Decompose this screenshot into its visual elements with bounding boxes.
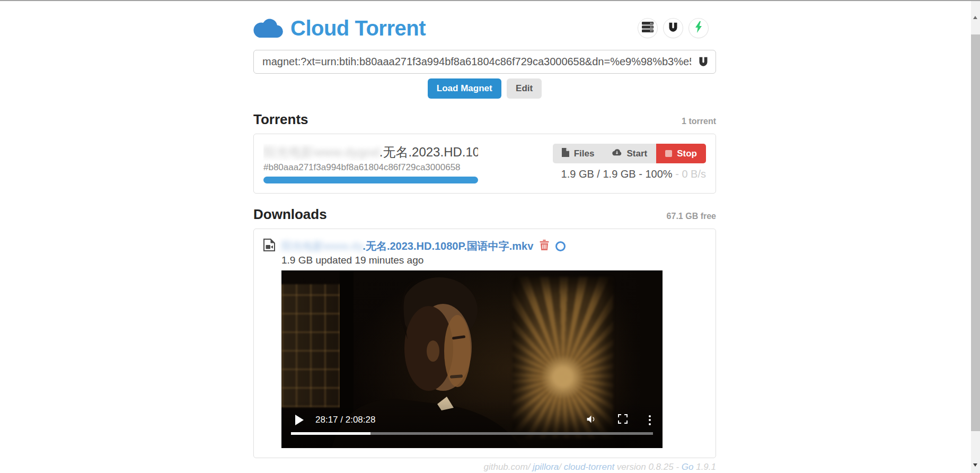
torrent-row: 阳光电影www.dygod.无名.2023.HD.108... #b80aaa2… [263, 144, 706, 183]
free-space: 67.1 GB free [667, 212, 716, 221]
more-options-icon[interactable] [649, 415, 651, 425]
torrent-info-hash: #b80aaa271f3a994bf8a61804c86f729ca300065… [263, 162, 478, 173]
footer-version-text: version 0.8.25 - [614, 462, 682, 472]
magnet-button[interactable] [663, 18, 683, 38]
stop-button[interactable]: Stop [656, 144, 706, 163]
download-file-censored: 阳光电影www.dy [281, 240, 363, 252]
bolt-button[interactable] [688, 18, 709, 38]
video-controls: 28:17 / 2:08:28 [295, 410, 651, 430]
torrent-progress-bar [263, 177, 478, 183]
footer: github.com/ jpillora/ cloud-torrent vers… [253, 461, 716, 473]
loading-spinner-icon [555, 241, 566, 251]
torrent-name-visible: .无名.2023.HD.108... [379, 145, 478, 159]
input-magnet-icon [698, 56, 709, 69]
window-top-edge [0, 0, 980, 1]
form-buttons: Load Magnet Edit [253, 78, 716, 99]
video-played-bar [291, 432, 370, 435]
torrent-stats: 1.9 GB / 1.9 GB - 100% - 0 B/s [561, 168, 706, 180]
page-container: Cloud Torrent [253, 14, 716, 473]
footer-author-link[interactable]: jpillora [533, 462, 559, 472]
trash-icon[interactable] [540, 240, 549, 252]
file-video-icon [263, 239, 275, 253]
magnet-form [253, 50, 716, 74]
servers-button[interactable] [638, 18, 658, 38]
files-button[interactable]: Files [553, 144, 604, 163]
torrent-controls: Files Start Stop [553, 144, 706, 183]
scrollbar[interactable] [971, 1, 980, 473]
torrent-progress-track [263, 177, 478, 183]
stop-button-label: Stop [677, 148, 697, 159]
start-button[interactable]: Start [603, 144, 656, 163]
start-button-label: Start [626, 148, 647, 159]
footer-go-link[interactable]: Go [682, 462, 694, 472]
header-actions [638, 18, 709, 38]
stop-icon [665, 150, 672, 157]
download-file-visible: .无名.2023.HD.1080P.国语中字.mkv [363, 240, 533, 252]
torrent-name-censored: 阳光电影www.dygod [263, 145, 379, 159]
scrollbar-down-arrow-icon[interactable] [973, 463, 977, 467]
brand: Cloud Torrent [253, 16, 426, 40]
footer-slash: / [559, 462, 563, 472]
footer-repo-link[interactable]: cloud-torrent [564, 462, 614, 472]
footer-go-version: 1.9.1 [693, 462, 716, 472]
magnet-input[interactable] [253, 50, 716, 74]
torrent-size-stats: 1.9 GB / 1.9 GB - 100% [561, 168, 673, 180]
video-time: 28:17 / 2:08:28 [315, 415, 375, 425]
download-item-row: 阳光电影www.dy.无名.2023.HD.1080P.国语中字.mkv [263, 239, 706, 253]
files-button-label: Files [574, 148, 595, 159]
torrent-rate: - 0 B/s [673, 168, 706, 180]
volume-icon[interactable] [586, 414, 597, 427]
file-icon [562, 148, 569, 160]
torrent-info: 阳光电影www.dygod.无名.2023.HD.108... #b80aaa2… [263, 144, 478, 183]
video-timeline[interactable] [291, 432, 653, 435]
edit-button[interactable]: Edit [507, 78, 542, 99]
cloud-icon [253, 16, 283, 40]
cloud-download-icon [612, 148, 622, 159]
downloads-panel: 阳光电影www.dy.无名.2023.HD.1080P.国语中字.mkv [253, 229, 716, 458]
torrent-button-group: Files Start Stop [553, 144, 706, 163]
magnet-icon [668, 22, 678, 34]
scrollbar-up-arrow-icon[interactable] [973, 16, 977, 19]
torrent-count: 1 torrent [682, 117, 716, 126]
scrollbar-thumb[interactable] [971, 34, 980, 431]
torrents-section-head: Torrents 1 torrent [253, 111, 716, 128]
download-file-link[interactable]: 阳光电影www.dy.无名.2023.HD.1080P.国语中字.mkv [281, 239, 533, 253]
play-button[interactable] [295, 415, 304, 425]
downloads-heading: Downloads [253, 206, 327, 223]
servers-icon [642, 22, 654, 34]
downloads-section-head: Downloads 67.1 GB free [253, 206, 716, 223]
torrent-name: 阳光电影www.dygod.无名.2023.HD.108... [263, 144, 478, 161]
fullscreen-icon[interactable] [618, 414, 628, 426]
torrent-panel: 阳光电影www.dygod.无名.2023.HD.108... #b80aaa2… [253, 134, 716, 194]
bolt-icon [695, 21, 702, 35]
load-magnet-button[interactable]: Load Magnet [428, 78, 501, 99]
page-title: Cloud Torrent [290, 16, 426, 40]
download-meta: 1.9 GB updated 19 minutes ago [281, 255, 706, 266]
footer-version-line: github.com/ jpillora/ cloud-torrent vers… [253, 461, 716, 472]
torrents-heading: Torrents [253, 111, 308, 128]
footer-repo-prefix: github.com/ [484, 462, 533, 472]
video-controls-right [586, 414, 651, 427]
video-player[interactable]: 28:17 / 2:08:28 [281, 270, 663, 448]
header: Cloud Torrent [253, 14, 716, 42]
